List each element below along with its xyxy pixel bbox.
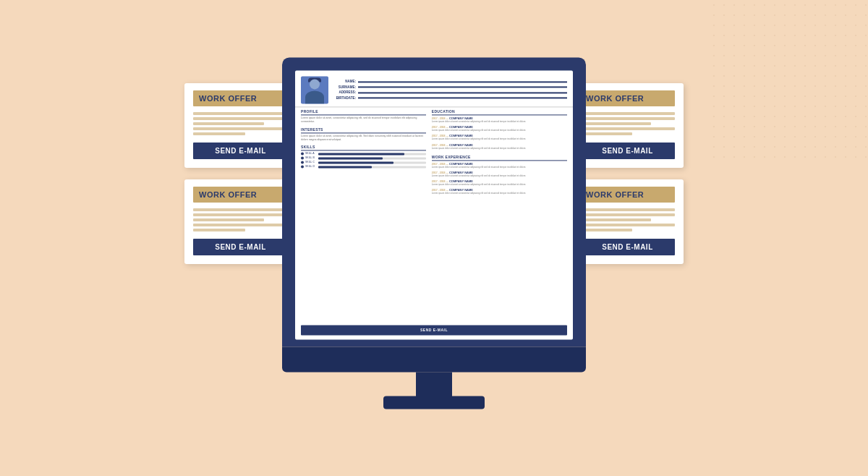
field-label-birthdate: BIRTHDATE: bbox=[336, 96, 356, 100]
skill-bar-fill-d bbox=[318, 166, 372, 168]
field-row-surname: SURNAME: bbox=[336, 85, 567, 89]
work-text-2: Lorem ipsum dolor sit amet consectetur a… bbox=[432, 174, 567, 177]
field-line-birthdate bbox=[358, 98, 567, 99]
field-line-surname bbox=[358, 87, 567, 88]
resume-right-column: EDUCATION 2017 - 2018 — COMPANY NAME Lor… bbox=[432, 109, 567, 319]
avatar-head bbox=[310, 79, 320, 89]
skill-bars: SKILL A SKILL B bbox=[301, 152, 426, 168]
field-label-surname: SURNAME: bbox=[336, 85, 356, 89]
skill-bar-bg-c bbox=[318, 161, 426, 163]
card-lines-top-left bbox=[193, 112, 288, 135]
edu-entry-3: 2017 - 2018 — COMPANY NAME Lorem ipsum d… bbox=[432, 135, 567, 141]
field-row-address: ADDRESS: bbox=[336, 91, 567, 95]
card-lines-top-right bbox=[580, 112, 675, 135]
edu-entry-4: 2017 - 2018 — COMPANY NAME Lorem ipsum d… bbox=[432, 143, 567, 150]
work-offer-card-bottom-left: WORK OFFER SEND E-MAIL bbox=[184, 179, 297, 264]
field-row-name: NAME: bbox=[336, 80, 567, 84]
work-offer-card-bottom-right: WORK OFFER SEND E-MAIL bbox=[571, 179, 684, 264]
card-line bbox=[193, 117, 288, 120]
resume-fields: NAME: SURNAME: ADDRESS: BIRTHDATE: bbox=[336, 76, 567, 103]
resume-main-content: PROFILE Lorem ipsum dolor sit amet, cons… bbox=[295, 109, 573, 322]
dot-pattern-decoration bbox=[709, 0, 868, 159]
skill-label-a: SKILL A bbox=[305, 152, 317, 155]
skill-icon-a bbox=[301, 152, 304, 155]
card-line bbox=[580, 208, 675, 211]
card-title-top-right: WORK OFFER bbox=[580, 90, 675, 106]
monitor-bezel bbox=[282, 347, 586, 372]
card-line bbox=[193, 218, 264, 221]
skill-bar-fill-a bbox=[318, 153, 404, 155]
skill-row-b: SKILL B bbox=[301, 156, 426, 159]
skill-bar-bg-b bbox=[318, 157, 426, 159]
work-text-4: Lorem ipsum dolor sit amet consectetur a… bbox=[432, 192, 567, 195]
skill-label-b: SKILL B bbox=[305, 156, 317, 159]
skills-title: SKILLS bbox=[301, 145, 426, 150]
work-experience-section: WORK EXPERIENCE 2017 - 2018 — COMPANY NA… bbox=[432, 155, 567, 197]
card-line bbox=[580, 127, 675, 130]
card-line bbox=[193, 213, 288, 216]
work-offer-card-top-right: WORK OFFER SEND E-MAIL bbox=[571, 83, 684, 168]
card-line bbox=[580, 224, 675, 226]
skill-row-d: SKILL D bbox=[301, 165, 426, 168]
skill-row-c: SKILL C bbox=[301, 161, 426, 163]
interests-text: Lorem ipsum dolor sit amet, consectetur … bbox=[301, 135, 426, 143]
skill-bar-fill-b bbox=[318, 157, 383, 159]
skill-icon-c bbox=[301, 161, 304, 163]
card-line bbox=[193, 208, 288, 211]
card-title-top-left: WORK OFFER bbox=[193, 90, 288, 106]
field-line-name bbox=[358, 81, 567, 82]
monitor: NAME: SURNAME: ADDRESS: BIRTHDATE: bbox=[282, 57, 586, 404]
edu-text-2: Lorem ipsum dolor sit amet consectetur a… bbox=[432, 129, 567, 132]
work-text-1: Lorem ipsum dolor sit amet consectetur a… bbox=[432, 166, 567, 169]
skill-icon-b bbox=[301, 156, 304, 159]
profile-section: PROFILE Lorem ipsum dolor sit amet, cons… bbox=[301, 109, 426, 124]
field-label-name: NAME: bbox=[336, 80, 356, 84]
interests-section: INTERESTS Lorem ipsum dolor sit amet, co… bbox=[301, 127, 426, 143]
send-email-button-top-right[interactable]: SEND E-MAIL bbox=[580, 143, 675, 159]
edu-company-4: COMPANY NAME bbox=[449, 143, 473, 147]
monitor-stand-base bbox=[383, 396, 485, 409]
resume-left-column: PROFILE Lorem ipsum dolor sit amet, cons… bbox=[301, 109, 426, 319]
card-line bbox=[580, 122, 651, 125]
field-line-address bbox=[358, 92, 567, 93]
field-row-birthdate: BIRTHDATE: bbox=[336, 96, 567, 100]
edu-text-3: Lorem ipsum dolor sit amet consectetur a… bbox=[432, 138, 567, 141]
resume-header: NAME: SURNAME: ADDRESS: BIRTHDATE: bbox=[295, 70, 573, 107]
profile-title: PROFILE bbox=[301, 109, 426, 115]
work-entry-1: 2017 - 2018 — COMPANY NAME Lorem ipsum d… bbox=[432, 162, 567, 169]
card-title-bottom-right: WORK OFFER bbox=[580, 187, 675, 203]
monitor-screen: NAME: SURNAME: ADDRESS: BIRTHDATE: bbox=[282, 57, 586, 347]
edu-text-1: Lorem ipsum dolor sit amet consectetur a… bbox=[432, 120, 567, 123]
field-label-address: ADDRESS: bbox=[336, 91, 356, 95]
card-line bbox=[193, 224, 288, 226]
work-experience-title: WORK EXPERIENCE bbox=[432, 155, 567, 161]
edu-text-4: Lorem ipsum dolor sit amet consectetur a… bbox=[432, 147, 567, 150]
skill-bar-fill-c bbox=[318, 161, 393, 163]
send-email-button-bottom-right[interactable]: SEND E-MAIL bbox=[580, 239, 675, 255]
resume-send-email-button[interactable]: SEND E-MAIL bbox=[301, 325, 567, 335]
skill-row-a: SKILL A bbox=[301, 152, 426, 155]
avatar bbox=[301, 76, 328, 103]
education-title: EDUCATION bbox=[432, 109, 567, 115]
send-email-button-bottom-left[interactable]: SEND E-MAIL bbox=[193, 239, 288, 255]
skill-label-d: SKILL D bbox=[305, 165, 317, 168]
skills-section: SKILLS SKILL A SKILL B bbox=[301, 145, 426, 168]
skill-bar-bg-d bbox=[318, 166, 426, 168]
skill-label-c: SKILL C bbox=[305, 161, 317, 163]
work-entry-4: 2017 - 2018 — COMPANY NAME Lorem ipsum d… bbox=[432, 189, 567, 195]
card-lines-bottom-right bbox=[580, 208, 675, 231]
card-line bbox=[193, 132, 245, 135]
card-line bbox=[580, 112, 675, 115]
skill-bar-bg-a bbox=[318, 153, 426, 155]
card-title-bottom-left: WORK OFFER bbox=[193, 187, 288, 203]
send-email-button-top-left[interactable]: SEND E-MAIL bbox=[193, 143, 288, 159]
skill-icon-d bbox=[301, 165, 304, 168]
interests-title: INTERESTS bbox=[301, 127, 426, 133]
card-line bbox=[193, 112, 288, 115]
edu-entry-2: 2017 - 2018 — COMPANY NAME Lorem ipsum d… bbox=[432, 126, 567, 132]
card-line bbox=[580, 218, 651, 221]
card-line bbox=[580, 229, 632, 231]
card-line bbox=[193, 127, 288, 130]
card-line bbox=[193, 122, 264, 125]
profile-text: Lorem ipsum dolor sit amet, consectetur … bbox=[301, 116, 426, 124]
